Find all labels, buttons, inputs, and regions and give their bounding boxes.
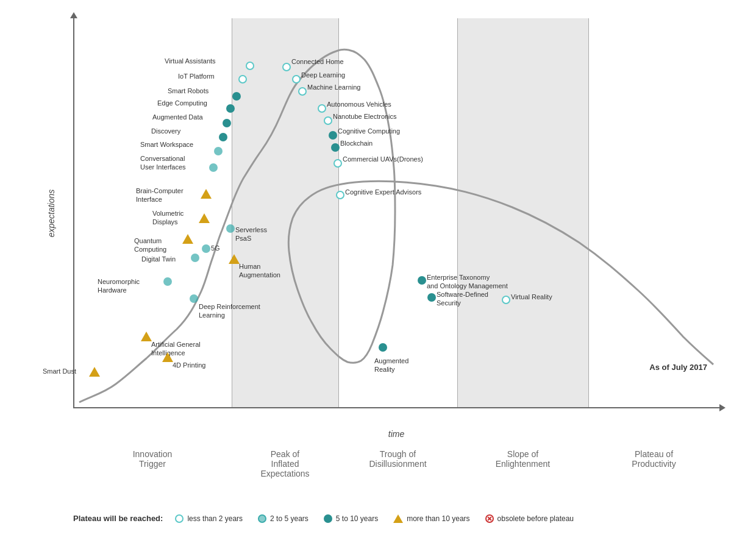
legend-symbol-1 [175,514,184,523]
label-machine-learning: Machine Learning [307,83,360,91]
point-blockchain [331,143,340,152]
circle-icon [223,119,231,127]
label-volumetric: VolumetricDisplays [152,209,184,227]
circle-icon [329,131,337,140]
point-cognitive-computing [329,131,337,140]
point-autonomous [318,104,326,113]
label-iot: IoT Platform [178,72,215,80]
point-edge-computing [226,104,235,113]
circle-icon [427,293,436,302]
label-digital-twin: Digital Twin [141,255,176,263]
chart-container: expectations time Smart Dust Artificial … [0,0,756,540]
point-serverless [226,224,235,233]
point-virtual-assistants [246,62,254,70]
phase-label-4: Slope ofEnlightenment [457,449,588,478]
label-deep-reinforcement: Deep ReinforcementLearning [199,302,260,320]
label-smart-dust: Smart Dust [43,367,76,375]
circle-icon [336,191,344,199]
point-discovery [219,133,227,141]
point-enterprise-taxonomy [418,276,426,285]
label-nanotube: Nanotube Electronics [333,112,397,121]
point-agi [141,332,152,341]
legend-item-2: 2 to 5 years [258,514,308,523]
label-cognitive-computing: Cognitive Computing [338,127,400,135]
label-agi: Artificial GeneralIntelligence [151,340,201,358]
label-cognitive-expert: Cognitive Expert Advisors [345,188,421,196]
legend-label-5: obsolete before plateau [497,514,574,523]
legend-item-4: more than 10 years [393,514,469,523]
label-smart-robots: Smart Robots [168,87,209,95]
label-blockchain: Blockchain [340,139,373,147]
point-volumetric [199,213,210,223]
phase-label-2: Peak ofInflatedExpectations [232,449,338,478]
y-axis-arrow [70,12,77,18]
triangle-icon [182,234,193,244]
triangle-icon [199,213,210,223]
as-of-label: As of July 2017 [649,363,707,372]
label-discovery: Discovery [151,127,180,135]
circle-icon [209,163,218,172]
point-deep-learning [292,75,301,83]
circle-icon [219,133,227,141]
label-4d-printing: 4D Printing [173,361,205,369]
legend-label-3: 5 to 10 years [336,514,378,523]
point-software-defined [427,293,436,302]
triangle-icon [141,332,152,341]
label-virtual-reality: Virtual Reality [511,293,552,301]
point-deep-reinforcement [190,294,198,303]
x-axis-arrow [719,404,726,411]
legend: Plateau will be reached: less than 2 yea… [73,514,574,523]
circle-icon [190,294,198,303]
point-machine-learning [298,87,307,96]
circle-icon [163,277,172,286]
circle-icon [333,159,342,168]
triangle-icon [162,352,173,362]
point-human-aug [229,254,240,264]
label-uavs: Commercial UAVs(Drones) [343,155,423,163]
point-smart-robots [232,92,241,101]
circle-icon [331,143,340,152]
point-smart-workspace [214,147,223,155]
y-axis-label: expectations [46,190,56,238]
label-edge-computing: Edge Computing [157,99,207,107]
point-4d-printing [162,352,173,362]
circle-icon [298,87,307,96]
point-5g [202,244,210,253]
circle-icon [418,276,426,285]
point-quantum [182,234,193,244]
circle-icon [324,116,332,125]
label-augmented-reality: AugmentedReality [374,357,408,374]
label-5g: 5G [211,244,220,252]
circle-icon [246,62,254,70]
legend-item-1: less than 2 years [175,514,243,523]
circle-icon [232,92,241,101]
phase-labels-row: InnovationTrigger Peak ofInflatedExpecta… [73,449,719,478]
x-axis-label: time [388,429,404,439]
legend-item-5: obsolete before plateau [485,514,574,523]
triangle-icon [89,367,100,377]
point-augmented-reality [379,343,387,352]
circle-icon [502,296,510,304]
point-digital-twin [191,254,199,262]
point-virtual-reality [502,296,510,304]
label-autonomous: Autonomous Vehicles [327,100,391,108]
label-smart-workspace: Smart Workspace [140,140,193,149]
triangle-icon [201,189,212,199]
point-connected-home [282,63,291,71]
circle-icon [379,343,387,352]
label-enterprise-taxonomy: Enterprise Taxonomyand Ontology Manageme… [427,273,508,291]
label-connected-home: Connected Home [291,57,344,66]
label-software-defined: Software-DefinedSecurity [437,290,488,308]
label-quantum: QuantumComputing [134,236,166,254]
label-neuromorphic: NeuromorphicHardware [98,277,140,295]
label-brain-computer: Brain-ComputerInterface [136,187,184,204]
circle-icon [202,244,210,253]
point-uavs [333,159,342,168]
circle-icon [318,104,326,113]
point-smart-dust [89,367,100,377]
legend-symbol-3 [324,514,332,523]
triangle-icon [229,254,240,264]
circle-icon [226,104,235,113]
legend-symbol-5 [485,514,494,523]
legend-symbol-4 [393,514,403,523]
